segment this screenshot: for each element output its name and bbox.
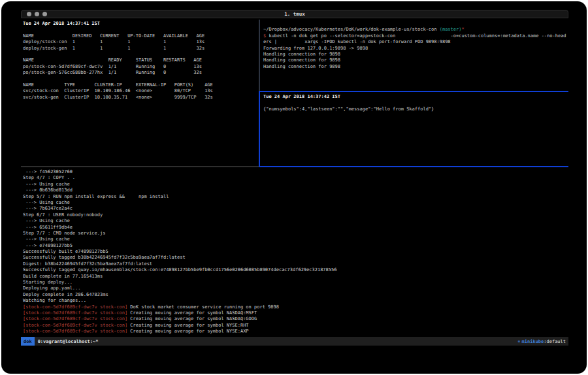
terminal-line: Handling connection for 9898	[263, 64, 566, 70]
terminal-line: Step 7/7 : CMD node service.js	[23, 231, 566, 236]
terminal-line: Starting deploy...	[23, 280, 566, 285]
terminal-line: Deploy complete in 286.647823ms	[23, 292, 566, 298]
terminal-line: [stock-con-5d7df689cf-dwc7v stock-con] C…	[23, 323, 566, 329]
terminal-line: po/stock-con-5d7df689cf-dwc7v 1/1 Runnin…	[23, 64, 257, 70]
kube-context-label: minikube	[522, 339, 544, 344]
pane-border-horizontal-inactive[interactable]	[21, 166, 259, 167]
terminal-line	[263, 21, 566, 27]
terminal-line: Handling connection for 9898	[263, 57, 566, 63]
terminal-line: ---> 65611ff9db4e	[23, 225, 566, 231]
terminal-line: Build complete in 77.165413ms	[23, 274, 566, 280]
pane-port-forward[interactable]: ~/Dropbox/advocacy/Kubernetes/DoK/work/d…	[261, 20, 568, 91]
pane-border-horizontal-active[interactable]	[259, 91, 568, 92]
pane-border-vertical-active[interactable]	[259, 91, 260, 167]
kube-namespace-label: :default	[544, 339, 566, 344]
page-background: 1. tmux Tue 24 Apr 2018 14:37:41 IST NAM…	[0, 0, 588, 375]
terminal-line: svc/stock-con ClusterIP 10.109.186.46 <n…	[23, 88, 257, 94]
terminal-line: svc/stock-gen ClusterIP 10.100.35.71 <no…	[23, 95, 257, 101]
window-title: 1. tmux	[22, 11, 568, 17]
terminal-line: ---> e74898127bb5	[23, 243, 566, 249]
terminal-line: Successfully built e74898127bb5	[23, 249, 566, 255]
terminal-line: NAME READY STATUS RESTARTS AGE	[23, 57, 257, 63]
terminal-line: ---> Using cache	[23, 236, 566, 242]
terminal-line: Successfully tagged quay.io/mhausenblas/…	[23, 267, 566, 273]
terminal-line	[23, 27, 257, 33]
terminal-line: [stock-con-5d7df689cf-dwc7v stock-con] C…	[23, 310, 566, 316]
terminal-line: Handling connection for 9898	[263, 52, 566, 57]
terminal-line: ---> f45623052760	[23, 169, 566, 175]
session-name-badge[interactable]: dok	[21, 337, 35, 346]
terminal-line: $ kubectl -n dok get po --selector=app=s…	[263, 33, 566, 39]
pane-border-horizontal-active-right[interactable]	[259, 166, 568, 167]
terminal-line: Step 4/7 : COPY . .	[23, 175, 566, 181]
terminal-line: deploy/stock-con 1 1 1 1 13s	[23, 39, 257, 45]
terminal-line: Step 6/7 : USER nobody:nobody	[23, 212, 566, 218]
terminal-line: [stock-con-5d7df689cf-dwc7v stock-con] C…	[23, 316, 566, 322]
terminal-line: Tue 24 Apr 2018 14:37:41 IST	[23, 21, 257, 27]
pane-border-vertical-inactive[interactable]	[259, 20, 260, 91]
terminal-line: Deploying app.yaml...	[23, 285, 566, 291]
window-list-item[interactable]: 0:vagrant@localhost:~*	[38, 339, 99, 344]
terminal-line: ---> Using cache	[23, 182, 566, 188]
window-titlebar[interactable]: 1. tmux	[21, 10, 568, 18]
terminal-line: Step 5/7 : RUN npm install express && np…	[23, 194, 566, 200]
pane-kubectl-watch[interactable]: Tue 24 Apr 2018 14:37:41 IST NAME DESIRE…	[21, 20, 259, 166]
terminal-line: ---> 7b6347ce2a4c	[23, 206, 566, 212]
terminal-line: ---> Using cache	[23, 200, 566, 206]
status-right: ⎈ minikube :default	[517, 339, 566, 344]
terminal-line: [stock-con-5d7df689cf-dwc7v stock-con] C…	[23, 329, 566, 334]
terminal-line: Forwarding from 127.0.0.1:9898 -> 9898	[263, 46, 566, 52]
terminal-line: NAME TYPE CLUSTER-IP EXTERNAL-IP PORT(S)…	[23, 82, 257, 88]
status-left: dok 0:vagrant@localhost:~*	[21, 337, 98, 346]
pane-service-response[interactable]: Tue 24 Apr 2018 14:37:42 IST {"numsymbol…	[261, 93, 568, 166]
terminal-line: [stock-con-5d7df689cf-dwc7v stock-con] D…	[23, 304, 566, 310]
terminal-line: deploy/stock-gen 1 1 1 1 32s	[23, 46, 257, 52]
terminal-line	[23, 52, 257, 57]
terminal-line: Watching for changes...	[23, 298, 566, 304]
tmux-status-bar: dok 0:vagrant@localhost:~* ⎈ minikube :d…	[21, 337, 568, 346]
pane-skaffold-build[interactable]: ---> f45623052760Step 4/7 : COPY . . ---…	[21, 168, 568, 335]
terminal-line: Successfully tagged b38b42246945fd7f32c5…	[23, 255, 566, 261]
terminal-line: Digest: b38b42246945fd7f32c5ba9aea7af7fd…	[23, 261, 566, 267]
terminal-line: ---> 0b636bd013dd	[23, 188, 566, 193]
terminal-line: ~/Dropbox/advocacy/Kubernetes/DoK/work/d…	[263, 27, 566, 33]
terminal-line: ---> Using cache	[23, 218, 566, 224]
terminal-line: Tue 24 Apr 2018 14:37:42 IST	[263, 94, 566, 100]
terminal-line: {"numsymbols":4,"lastseen":"","message":…	[263, 106, 566, 112]
terminal-line: NAME DESIRED CURRENT UP-TO-DATE AVAILABL…	[23, 33, 257, 39]
terminal-line: po/stock-gen-576cc688bb-277hx 1/1 Runnin…	[23, 70, 257, 76]
kubernetes-helm-icon: ⎈	[517, 339, 520, 344]
terminal-screen: 1. tmux Tue 24 Apr 2018 14:37:41 IST NAM…	[1, 1, 587, 374]
terminal-line	[263, 100, 566, 106]
terminal-line	[23, 76, 257, 82]
terminal-line: ers | xargs -IPOD kubectl -n dok port-fo…	[263, 39, 566, 45]
